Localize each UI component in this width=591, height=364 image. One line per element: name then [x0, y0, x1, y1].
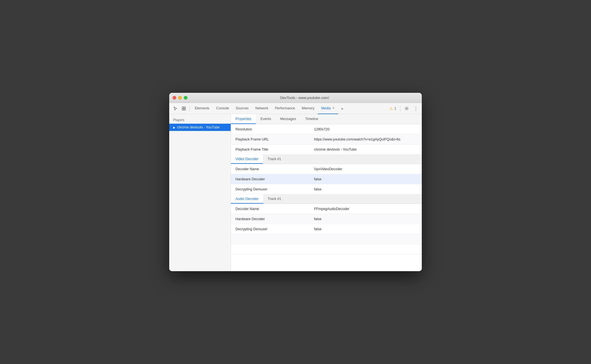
player-arrow-icon: ▶ [173, 126, 175, 129]
svg-point-4 [406, 108, 407, 109]
window-title: DevTools - www.youtube.com/ [191, 96, 418, 100]
cursor-icon [173, 106, 178, 111]
detail-tab-events[interactable]: Events [256, 114, 276, 124]
more-options-button[interactable]: ⋮ [412, 105, 420, 112]
table-row: Decoder Name VpxVideoDecoder [231, 164, 422, 174]
tab-elements[interactable]: Elements [191, 103, 213, 114]
empty-row [231, 234, 422, 244]
prop-value-ad-demux: false [310, 225, 422, 233]
table-row: Decoder Name FFmpegAudioDecoder [231, 204, 422, 214]
settings-button[interactable] [403, 105, 411, 112]
main-content: Players ▶ chrome devtools - YouTube Prop… [169, 114, 422, 271]
titlebar: DevTools - www.youtube.com/ [169, 93, 422, 103]
prop-value-resolution: 1280x720 [310, 125, 422, 133]
toolbar: Elements Console Sources Network Perform… [169, 103, 422, 114]
prop-key-vd-demux: Decrypting Demuxer [231, 185, 310, 193]
section-tab-audio-decoder[interactable]: Audio Decoder [231, 194, 263, 204]
table-row-highlighted: Hardware Decoder false [231, 174, 422, 184]
video-decoder-section-header: Video Decoder Track #1 [231, 155, 422, 164]
prop-key-ad-hw: Hardware Decoder [231, 215, 310, 223]
table-row: Playback Frame URL https://www.youtube.c… [231, 134, 422, 144]
prop-key-vd-hw: Hardware Decoder [231, 175, 310, 183]
svg-rect-2 [182, 109, 184, 110]
empty-row [231, 244, 422, 254]
toolbar-tabs: Elements Console Sources Network Perform… [191, 103, 338, 114]
prop-value-vd-hw: false [310, 175, 422, 183]
toolbar-right: ⚠ 1 ⋮ [388, 105, 420, 112]
svg-rect-1 [184, 107, 185, 108]
svg-rect-0 [182, 107, 184, 108]
toolbar-divider [189, 105, 190, 112]
table-row: Playback Frame Title chrome devtools - Y… [231, 144, 422, 155]
toolbar-divider-2 [400, 105, 400, 112]
warning-badge[interactable]: ⚠ 1 [388, 106, 398, 111]
detail-tab-properties[interactable]: Properties [231, 114, 256, 124]
tab-performance[interactable]: Performance [272, 103, 299, 114]
traffic-lights [173, 96, 187, 100]
prop-key-frame-url: Playback Frame URL [231, 135, 310, 144]
warning-icon: ⚠ [390, 106, 393, 111]
more-tabs-button[interactable]: » [339, 106, 345, 111]
properties-table: Resolution 1280x720 Playback Frame URL h… [231, 124, 422, 271]
tab-sources[interactable]: Sources [232, 103, 252, 114]
detail-tabs: Properties Events Messages Timeline [231, 114, 422, 124]
section-tab-video-decoder[interactable]: Video Decoder [231, 155, 263, 164]
tab-media[interactable]: Media ✕ [318, 103, 338, 114]
prop-value-vd-demux: false [310, 185, 422, 193]
player-item[interactable]: ▶ chrome devtools - YouTube [169, 124, 231, 131]
prop-key-resolution: Resolution [231, 125, 310, 133]
inspect-icon-btn[interactable] [180, 105, 188, 112]
prop-key-ad-name: Decoder Name [231, 205, 310, 213]
table-row: Resolution 1280x720 [231, 124, 422, 134]
tab-network[interactable]: Network [252, 103, 272, 114]
prop-value-ad-hw: false [310, 215, 422, 223]
cursor-icon-btn[interactable] [171, 105, 179, 112]
prop-key-vd-name: Decoder Name [231, 165, 310, 173]
audio-decoder-section-header: Audio Decoder Track #1 [231, 194, 422, 204]
inspect-icon [182, 106, 186, 111]
prop-key-ad-demux: Decrypting Demuxer [231, 225, 310, 233]
close-button[interactable] [173, 96, 176, 100]
gear-icon [404, 106, 409, 111]
table-row: Hardware Decoder false [231, 214, 422, 224]
detail-panel: Properties Events Messages Timeline Reso… [231, 114, 422, 271]
prop-value-vd-name: VpxVideoDecoder [310, 165, 422, 173]
table-row: Decrypting Demuxer false [231, 224, 422, 234]
detail-tab-messages[interactable]: Messages [276, 114, 301, 124]
warning-count: 1 [394, 107, 396, 110]
section-tab-audio-track1[interactable]: Track #1 [263, 194, 286, 204]
minimize-button[interactable] [178, 96, 182, 100]
close-tab-icon[interactable]: ✕ [332, 106, 335, 110]
prop-key-frame-title: Playback Frame Title [231, 145, 310, 154]
sidebar-section-label: Players [169, 116, 231, 124]
tab-memory[interactable]: Memory [298, 103, 318, 114]
maximize-button[interactable] [184, 96, 187, 100]
devtools-window: DevTools - www.youtube.com/ Elements Con… [169, 93, 422, 271]
sidebar: Players ▶ chrome devtools - YouTube [169, 114, 231, 271]
section-tab-video-track1[interactable]: Track #1 [263, 155, 285, 164]
prop-value-frame-title: chrome devtools - YouTube [310, 145, 422, 154]
svg-rect-3 [184, 109, 185, 110]
table-row: Decrypting Demuxer false [231, 184, 422, 194]
prop-value-ad-name: FFmpegAudioDecoder [310, 205, 422, 213]
prop-value-frame-url: https://www.youtube.com/watch?v=e1gAyQuI… [310, 135, 422, 144]
player-item-label: chrome devtools - YouTube [177, 125, 220, 129]
detail-tab-timeline[interactable]: Timeline [301, 114, 323, 124]
more-options-icon: ⋮ [413, 105, 418, 112]
tab-console[interactable]: Console [213, 103, 232, 114]
